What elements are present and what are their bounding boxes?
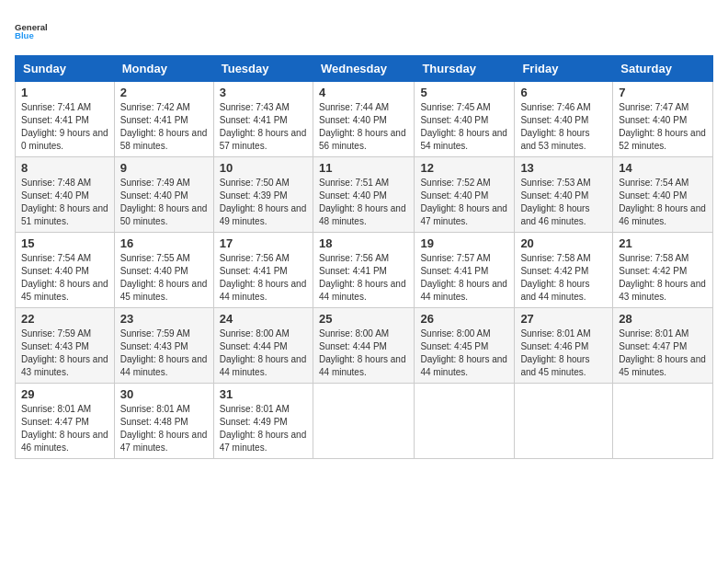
calendar-cell: 26 Sunrise: 8:00 AM Sunset: 4:45 PM Dayl… [415,308,515,384]
day-info: Sunrise: 7:43 AM Sunset: 4:41 PM Dayligh… [220,101,307,153]
col-header-tuesday: Tuesday [213,56,313,82]
calendar-week-5: 29 Sunrise: 8:01 AM Sunset: 4:47 PM Dayl… [16,384,713,459]
calendar-cell: 24 Sunrise: 8:00 AM Sunset: 4:44 PM Dayl… [213,308,313,384]
day-number: 28 [619,312,707,326]
day-number: 13 [520,161,607,175]
calendar-cell: 31 Sunrise: 8:01 AM Sunset: 4:49 PM Dayl… [213,384,313,459]
day-info: Sunrise: 7:47 AM Sunset: 4:40 PM Dayligh… [619,101,707,153]
calendar-week-4: 22 Sunrise: 7:59 AM Sunset: 4:43 PM Dayl… [16,308,713,384]
day-number: 4 [319,86,408,99]
calendar-cell: 23 Sunrise: 7:59 AM Sunset: 4:43 PM Dayl… [114,308,213,384]
day-number: 29 [21,387,108,401]
day-info: Sunrise: 8:00 AM Sunset: 4:45 PM Dayligh… [420,327,508,379]
day-info: Sunrise: 7:54 AM Sunset: 4:40 PM Dayligh… [21,252,108,304]
day-info: Sunrise: 8:00 AM Sunset: 4:44 PM Dayligh… [319,327,408,379]
day-number: 12 [420,161,508,175]
day-info: Sunrise: 7:57 AM Sunset: 4:41 PM Dayligh… [420,252,508,304]
day-info: Sunrise: 7:54 AM Sunset: 4:40 PM Dayligh… [619,177,707,228]
day-number: 26 [420,312,508,326]
calendar-cell: 21 Sunrise: 7:58 AM Sunset: 4:42 PM Dayl… [613,233,713,308]
svg-text:Blue: Blue [15,30,34,40]
day-number: 18 [319,236,408,250]
calendar-week-2: 8 Sunrise: 7:48 AM Sunset: 4:40 PM Dayli… [16,157,713,233]
calendar-cell: 13 Sunrise: 7:53 AM Sunset: 4:40 PM Dayl… [515,157,613,233]
calendar-cell: 30 Sunrise: 8:01 AM Sunset: 4:48 PM Dayl… [114,384,213,459]
calendar-cell: 14 Sunrise: 7:54 AM Sunset: 4:40 PM Dayl… [613,157,713,233]
day-number: 30 [120,387,208,401]
calendar-cell: 11 Sunrise: 7:51 AM Sunset: 4:40 PM Dayl… [313,157,414,233]
calendar-week-3: 15 Sunrise: 7:54 AM Sunset: 4:40 PM Dayl… [16,233,713,308]
calendar-cell: 17 Sunrise: 7:56 AM Sunset: 4:41 PM Dayl… [213,233,313,308]
day-number: 24 [220,312,307,326]
calendar-cell: 27 Sunrise: 8:01 AM Sunset: 4:46 PM Dayl… [515,308,613,384]
calendar-cell: 16 Sunrise: 7:55 AM Sunset: 4:40 PM Dayl… [114,233,213,308]
calendar-cell: 25 Sunrise: 8:00 AM Sunset: 4:44 PM Dayl… [313,308,414,384]
day-number: 11 [319,161,408,175]
calendar-cell: 5 Sunrise: 7:45 AM Sunset: 4:40 PM Dayli… [415,82,515,157]
col-header-friday: Friday [515,56,613,82]
day-info: Sunrise: 8:00 AM Sunset: 4:44 PM Dayligh… [220,327,307,379]
day-info: Sunrise: 7:58 AM Sunset: 4:42 PM Dayligh… [520,252,607,304]
calendar-cell [613,384,713,459]
day-number: 2 [120,86,208,99]
day-info: Sunrise: 8:01 AM Sunset: 4:47 PM Dayligh… [21,403,108,454]
day-info: Sunrise: 7:41 AM Sunset: 4:41 PM Dayligh… [21,101,108,153]
day-number: 3 [220,86,307,99]
page-header: General Blue [15,15,713,48]
day-info: Sunrise: 7:46 AM Sunset: 4:40 PM Dayligh… [520,101,607,153]
calendar-cell: 19 Sunrise: 7:57 AM Sunset: 4:41 PM Dayl… [415,233,515,308]
day-info: Sunrise: 7:52 AM Sunset: 4:40 PM Dayligh… [420,177,508,228]
day-number: 15 [21,236,108,250]
col-header-monday: Monday [114,56,213,82]
calendar-cell: 1 Sunrise: 7:41 AM Sunset: 4:41 PM Dayli… [16,82,115,157]
calendar-table: SundayMondayTuesdayWednesdayThursdayFrid… [15,55,713,459]
day-number: 1 [21,86,108,99]
day-number: 10 [220,161,307,175]
day-info: Sunrise: 7:56 AM Sunset: 4:41 PM Dayligh… [220,252,307,304]
day-info: Sunrise: 7:49 AM Sunset: 4:40 PM Dayligh… [120,177,208,228]
calendar-cell: 10 Sunrise: 7:50 AM Sunset: 4:39 PM Dayl… [213,157,313,233]
day-number: 22 [21,312,108,326]
day-number: 8 [21,161,108,175]
day-info: Sunrise: 7:53 AM Sunset: 4:40 PM Dayligh… [520,177,607,228]
day-info: Sunrise: 8:01 AM Sunset: 4:46 PM Dayligh… [520,327,607,379]
day-number: 5 [420,86,508,99]
calendar-cell: 12 Sunrise: 7:52 AM Sunset: 4:40 PM Dayl… [415,157,515,233]
day-info: Sunrise: 8:01 AM Sunset: 4:47 PM Dayligh… [619,327,707,379]
day-info: Sunrise: 7:56 AM Sunset: 4:41 PM Dayligh… [319,252,408,304]
calendar-cell: 3 Sunrise: 7:43 AM Sunset: 4:41 PM Dayli… [213,82,313,157]
calendar-cell: 20 Sunrise: 7:58 AM Sunset: 4:42 PM Dayl… [515,233,613,308]
col-header-sunday: Sunday [16,56,115,82]
day-info: Sunrise: 8:01 AM Sunset: 4:49 PM Dayligh… [220,403,307,454]
day-number: 9 [120,161,208,175]
day-number: 14 [619,161,707,175]
calendar-cell: 6 Sunrise: 7:46 AM Sunset: 4:40 PM Dayli… [515,82,613,157]
day-number: 19 [420,236,508,250]
day-info: Sunrise: 7:59 AM Sunset: 4:43 PM Dayligh… [21,327,108,379]
day-number: 16 [120,236,208,250]
day-number: 6 [520,86,607,99]
col-header-saturday: Saturday [613,56,713,82]
calendar-cell: 18 Sunrise: 7:56 AM Sunset: 4:41 PM Dayl… [313,233,414,308]
day-number: 31 [220,387,307,401]
day-number: 25 [319,312,408,326]
day-number: 21 [619,236,707,250]
day-number: 7 [619,86,707,99]
col-header-wednesday: Wednesday [313,56,414,82]
day-info: Sunrise: 7:45 AM Sunset: 4:40 PM Dayligh… [420,101,508,153]
calendar-cell [415,384,515,459]
day-info: Sunrise: 7:48 AM Sunset: 4:40 PM Dayligh… [21,177,108,228]
calendar-cell: 15 Sunrise: 7:54 AM Sunset: 4:40 PM Dayl… [16,233,115,308]
day-info: Sunrise: 7:59 AM Sunset: 4:43 PM Dayligh… [120,327,208,379]
day-number: 20 [520,236,607,250]
col-header-thursday: Thursday [415,56,515,82]
day-info: Sunrise: 7:50 AM Sunset: 4:39 PM Dayligh… [220,177,307,228]
calendar-cell [515,384,613,459]
day-info: Sunrise: 8:01 AM Sunset: 4:48 PM Dayligh… [120,403,208,454]
calendar-cell: 22 Sunrise: 7:59 AM Sunset: 4:43 PM Dayl… [16,308,115,384]
calendar-week-1: 1 Sunrise: 7:41 AM Sunset: 4:41 PM Dayli… [16,82,713,157]
day-number: 23 [120,312,208,326]
calendar-cell: 29 Sunrise: 8:01 AM Sunset: 4:47 PM Dayl… [16,384,115,459]
calendar-cell: 9 Sunrise: 7:49 AM Sunset: 4:40 PM Dayli… [114,157,213,233]
day-info: Sunrise: 7:51 AM Sunset: 4:40 PM Dayligh… [319,177,408,228]
